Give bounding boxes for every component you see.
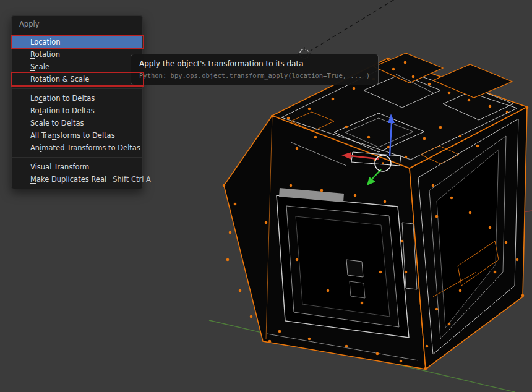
menu-item-label: Visual Transform xyxy=(30,163,89,171)
relationship-dashed-line xyxy=(311,0,400,51)
menu-item-location-to-deltas[interactable]: Location to Deltas xyxy=(12,92,142,104)
menu-item-label: Rotation & Scale xyxy=(30,75,89,83)
menu-item-location[interactable]: Location xyxy=(12,36,142,48)
apply-context-menu: Apply LocationRotationScaleRotation & Sc… xyxy=(11,15,143,189)
menu-item-label: Location xyxy=(30,38,61,46)
menu-item-label: Animated Transforms to Deltas xyxy=(30,143,140,152)
menu-item-rotation-scale[interactable]: Rotation & Scale xyxy=(12,73,142,85)
menu-title: Apply xyxy=(12,16,142,33)
menu-separator xyxy=(12,157,142,158)
menu-item-scale[interactable]: Scale xyxy=(12,61,142,73)
menu-item-make-duplicates-real[interactable]: Make Duplicates RealShift Ctrl A xyxy=(12,173,142,185)
menu-item-label: All Transforms to Deltas xyxy=(30,131,115,140)
tooltip-python-command: Python: bpy.ops.object.transform_apply(l… xyxy=(139,72,370,79)
tooltip-description: Apply the object's transformation to its… xyxy=(139,59,370,68)
menu-item-label: Rotation to Deltas xyxy=(30,106,95,115)
menu-item-scale-to-deltas[interactable]: Scale to Deltas xyxy=(12,117,142,129)
menu-item-label: Location to Deltas xyxy=(30,94,95,103)
menu-item-rotation-to-deltas[interactable]: Rotation to Deltas xyxy=(12,104,142,117)
menu-item-label: Make Duplicates Real xyxy=(30,175,106,184)
menu-item-visual-transform[interactable]: Visual Transform xyxy=(12,161,142,173)
menu-item-label: Scale xyxy=(30,62,49,71)
menu-item-shortcut: Shift Ctrl A xyxy=(113,175,151,184)
menu-item-all-transforms-to-deltas[interactable]: All Transforms to Deltas xyxy=(12,129,142,142)
menu-items: LocationRotationScaleRotation & ScaleLoc… xyxy=(12,36,142,185)
object-origin-dot xyxy=(382,162,384,164)
menu-header-separator xyxy=(12,33,142,33)
menu-item-label: Scale to Deltas xyxy=(30,119,84,127)
menu-item-animated-transforms-to-deltas[interactable]: Animated Transforms to Deltas xyxy=(12,142,142,154)
crate-model[interactable] xyxy=(223,53,529,370)
menu-item-label: Rotation xyxy=(30,50,60,59)
menu-separator xyxy=(12,88,142,89)
tooltip: Apply the object's transformation to its… xyxy=(131,54,379,85)
menu-item-rotation[interactable]: Rotation xyxy=(12,48,142,61)
